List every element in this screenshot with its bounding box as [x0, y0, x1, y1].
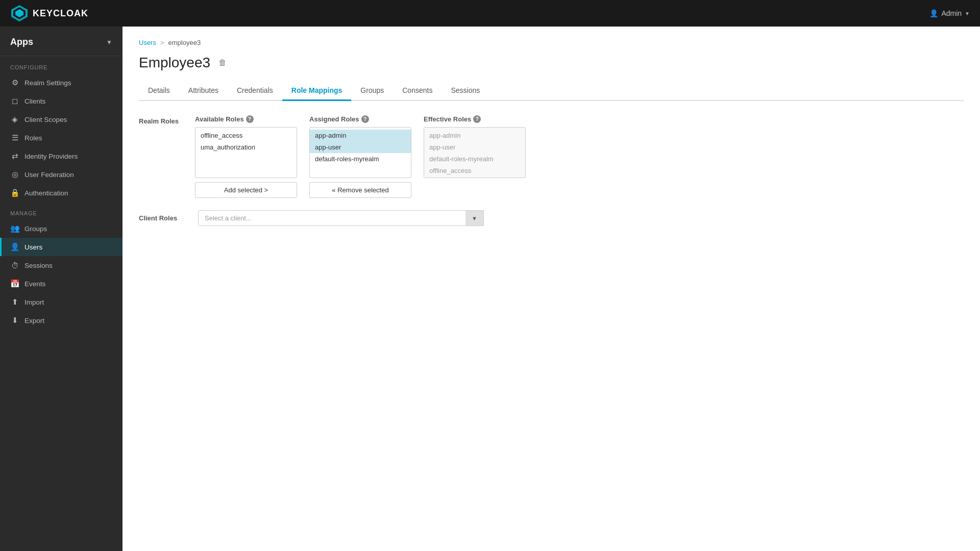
client-scopes-icon: ◈: [10, 115, 19, 124]
sidebar-item-export[interactable]: ⬇ Export: [0, 311, 122, 330]
available-roles-help-icon[interactable]: ?: [246, 115, 254, 123]
roles-grid: Available Roles ? offline_access uma_aut…: [195, 115, 526, 198]
list-item[interactable]: offline_access: [195, 130, 297, 141]
effective-roles-listbox: app-admin app-user default-roles-myrealm…: [424, 127, 526, 178]
remove-selected-button[interactable]: « Remove selected: [309, 182, 411, 198]
configure-section-label: Configure: [0, 56, 122, 73]
breadcrumb: Users > employee3: [139, 39, 964, 46]
sidebar-item-groups-label: Groups: [24, 225, 47, 233]
list-item[interactable]: uma_authorization: [195, 141, 297, 153]
sidebar-item-import-label: Import: [24, 298, 44, 306]
user-icon: 👤: [929, 9, 938, 17]
breadcrumb-users-link[interactable]: Users: [139, 39, 156, 46]
authentication-icon: 🔒: [10, 188, 19, 197]
user-menu[interactable]: 👤 Admin ▼: [929, 9, 970, 17]
add-selected-button[interactable]: Add selected >: [195, 182, 297, 198]
sidebar-item-client-scopes-label: Client Scopes: [24, 116, 67, 123]
sidebar-apps-label: Apps: [10, 37, 33, 47]
sidebar-item-roles[interactable]: ☰ Roles: [0, 129, 122, 147]
sidebar-item-clients[interactable]: ◻ Clients: [0, 92, 122, 110]
available-roles-listbox[interactable]: offline_access uma_authorization: [195, 127, 297, 178]
available-roles-col: Available Roles ? offline_access uma_aut…: [195, 115, 297, 198]
sidebar-item-import[interactable]: ⬆ Import: [0, 293, 122, 311]
tab-details[interactable]: Details: [139, 81, 179, 101]
assigned-roles-label: Assigned Roles ?: [309, 115, 411, 123]
main-content: Users > employee3 Employee3 🗑 Details At…: [122, 27, 980, 551]
sidebar: Apps ▼ Configure ⚙ Realm Settings ◻ Clie…: [0, 27, 122, 551]
assigned-roles-col: Assigned Roles ? app-admin app-user defa…: [309, 115, 411, 198]
available-roles-label: Available Roles ?: [195, 115, 297, 123]
sidebar-item-clients-label: Clients: [24, 97, 45, 105]
effective-roles-col: Effective Roles ? app-admin app-user def…: [424, 115, 526, 178]
assigned-roles-help-icon[interactable]: ?: [361, 115, 369, 123]
groups-icon: 👥: [10, 224, 19, 233]
tab-sessions[interactable]: Sessions: [442, 81, 489, 101]
client-roles-row: Client Roles Select a client... ▼: [139, 210, 964, 226]
realm-roles-label: Realm Roles: [139, 115, 185, 125]
brand: KEYCLOAK: [10, 4, 88, 22]
page-title-row: Employee3 🗑: [139, 55, 964, 71]
sidebar-item-identity-providers-label: Identity Providers: [24, 153, 78, 160]
export-icon: ⬇: [10, 316, 19, 325]
tab-attributes[interactable]: Attributes: [179, 81, 228, 101]
sidebar-item-user-federation-label: User Federation: [24, 171, 74, 179]
tabs: Details Attributes Credentials Role Mapp…: [139, 81, 964, 101]
tab-role-mappings[interactable]: Role Mappings: [282, 81, 352, 101]
effective-roles-help-icon[interactable]: ?: [473, 115, 481, 123]
roles-icon: ☰: [10, 133, 19, 142]
sidebar-item-realm-settings-label: Realm Settings: [24, 79, 71, 87]
sidebar-item-users-label: Users: [24, 243, 42, 251]
sidebar-item-roles-label: Roles: [24, 134, 42, 142]
client-roles-select[interactable]: Select a client...: [198, 210, 484, 226]
clients-icon: ◻: [10, 96, 19, 106]
manage-section-label: Manage: [0, 202, 122, 219]
sidebar-item-sessions-label: Sessions: [24, 262, 53, 269]
breadcrumb-separator: >: [160, 39, 164, 46]
user-federation-icon: ◎: [10, 170, 19, 179]
sidebar-item-client-scopes[interactable]: ◈ Client Scopes: [0, 110, 122, 129]
list-item: app-admin: [424, 130, 525, 141]
sidebar-item-identity-providers[interactable]: ⇄ Identity Providers: [0, 147, 122, 165]
client-roles-label: Client Roles: [139, 214, 190, 222]
tab-credentials[interactable]: Credentials: [228, 81, 282, 101]
sidebar-apps-chevron-icon: ▼: [106, 39, 112, 46]
sidebar-apps-dropdown[interactable]: Apps ▼: [0, 27, 122, 56]
sidebar-item-user-federation[interactable]: ◎ User Federation: [0, 165, 122, 184]
sidebar-item-events[interactable]: 📅 Events: [0, 274, 122, 293]
events-icon: 📅: [10, 279, 19, 288]
keycloak-logo-icon: [10, 4, 29, 22]
user-label: Admin: [941, 9, 962, 17]
user-menu-chevron-icon: ▼: [965, 11, 970, 16]
delete-user-button[interactable]: 🗑: [216, 56, 229, 69]
sidebar-item-users[interactable]: 👤 Users: [0, 238, 122, 256]
client-select-wrapper: Select a client... ▼: [198, 210, 484, 226]
role-mappings-section: Realm Roles Available Roles ? offline_ac…: [139, 115, 964, 226]
list-item[interactable]: app-user: [310, 141, 411, 153]
sidebar-item-authentication-label: Authentication: [24, 189, 68, 197]
effective-roles-label: Effective Roles ?: [424, 115, 526, 123]
navbar: KEYCLOAK 👤 Admin ▼: [0, 0, 980, 27]
layout: Apps ▼ Configure ⚙ Realm Settings ◻ Clie…: [0, 27, 980, 551]
list-item: default-roles-myrealm: [424, 153, 525, 165]
sidebar-item-groups[interactable]: 👥 Groups: [0, 219, 122, 238]
assigned-roles-listbox[interactable]: app-admin app-user default-roles-myrealm: [309, 127, 411, 178]
breadcrumb-current: employee3: [168, 39, 201, 46]
tab-consents[interactable]: Consents: [393, 81, 442, 101]
app-title: KEYCLOAK: [33, 8, 88, 19]
list-item[interactable]: app-admin: [310, 130, 411, 141]
sidebar-item-export-label: Export: [24, 317, 44, 324]
list-item: offline_access: [424, 165, 525, 177]
page-title: Employee3: [139, 55, 210, 71]
list-item: uma_authorization: [424, 177, 525, 178]
sidebar-item-events-label: Events: [24, 280, 45, 288]
realm-settings-icon: ⚙: [10, 78, 19, 87]
import-icon: ⬆: [10, 297, 19, 307]
list-item[interactable]: default-roles-myrealm: [310, 153, 411, 165]
sidebar-item-sessions[interactable]: ⏱ Sessions: [0, 256, 122, 274]
sessions-icon: ⏱: [10, 261, 19, 270]
list-item: app-user: [424, 141, 525, 153]
sidebar-item-realm-settings[interactable]: ⚙ Realm Settings: [0, 73, 122, 92]
sidebar-item-authentication[interactable]: 🔒 Authentication: [0, 184, 122, 202]
identity-providers-icon: ⇄: [10, 152, 19, 161]
tab-groups[interactable]: Groups: [351, 81, 393, 101]
